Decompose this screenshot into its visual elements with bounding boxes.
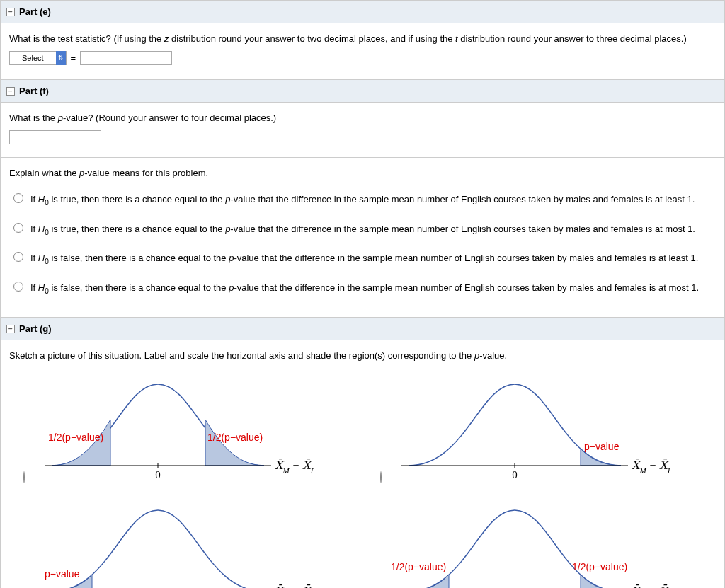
graph-option-3: 0 p−value X̄M − X̄F [9,494,359,588]
part-e-body: What is the test statistic? (If using th… [1,23,724,79]
p-label-right: p−value [584,441,620,452]
graph-option-4: 0 1/2(p−value) 1/2(p−value) X̄M − X̄F [366,494,716,588]
option-row-2: If H0 is true, then there is a chance eq… [9,215,716,245]
part-e-input-row: ---Select--- ⇅ = [9,51,716,65]
axis-label-1: X̄M − X̄F [275,459,314,475]
part-g-header: − Part (g) [1,317,724,340]
radio-option-2[interactable] [13,223,23,233]
divider [1,157,724,158]
half-p-label-left: 1/2(p−value) [391,561,446,572]
page-container: − Part (e) What is the test statistic? (… [0,0,725,588]
pvalue-input[interactable] [9,130,101,144]
axis-label-3: X̄M − X̄F [275,584,314,588]
graph-option-1: 0 1/2(p−value) 1/2(p−value) X̄M − X̄F [9,368,359,487]
part-g-body: Sketch a picture of this situation. Labe… [1,340,724,588]
part-f-title: Part (f) [19,86,49,96]
graph-2-svg: 0 p−value X̄M − X̄F [387,374,670,487]
part-e-title: Part (e) [19,6,51,17]
collapse-icon[interactable]: − [6,325,15,333]
radio-graph-2[interactable] [380,471,382,483]
part-f-options: If H0 is true, then there is a chance eq… [9,185,716,303]
option-row-3: If H0 is false, then there is a chance e… [9,244,716,274]
graph-4-svg: 0 1/2(p−value) 1/2(p−value) X̄M − X̄F [387,500,670,588]
part-f-header: − Part (f) [1,79,724,103]
part-e-question: What is the test statistic? (If using th… [9,33,716,44]
chevron-updown-icon[interactable]: ⇅ [56,51,66,65]
radio-option-1[interactable] [13,193,23,203]
axis-label-4: X̄M − X̄F [632,584,670,588]
collapse-icon[interactable]: − [6,8,15,16]
radio-option-3[interactable] [13,252,23,262]
option-label-4: If H0 is false, then there is a chance e… [30,281,699,296]
graph-grid: 0 1/2(p−value) 1/2(p−value) X̄M − X̄F 0 … [9,368,716,588]
option-row-1: If H0 is true, then there is a chance eq… [9,185,716,215]
option-label-2: If H0 is true, then there is a chance eq… [30,222,695,238]
axis-label-2: X̄M − X̄F [632,459,670,475]
part-g-title: Part (g) [19,323,52,334]
radio-graph-1[interactable] [23,471,25,483]
option-row-4: If H0 is false, then there is a chance e… [9,274,716,304]
graph-option-2: 0 p−value X̄M − X̄F [366,368,716,487]
equals-sign: = [71,53,76,64]
select-placeholder: ---Select--- [10,52,56,64]
radio-option-4[interactable] [13,282,23,292]
option-label-3: If H0 is false, then there is a chance e… [30,251,698,267]
half-p-label-left: 1/2(p−value) [48,432,103,443]
zero-label: 0 [512,469,518,480]
part-g-question: Sketch a picture of this situation. Labe… [9,350,716,361]
collapse-icon[interactable]: − [6,87,15,96]
zero-label: 0 [155,469,161,480]
part-f-body: What is the p-value? (Round your answer … [1,103,724,317]
part-f-explain: Explain what the p-value means for this … [9,168,716,178]
half-p-label-right: 1/2(p−value) [207,432,263,443]
statistic-select[interactable]: ---Select--- ⇅ [9,51,67,65]
half-p-label-right: 1/2(p−value) [572,561,627,572]
graph-3-svg: 0 p−value X̄M − X̄F [30,500,314,588]
option-label-1: If H0 is true, then there is a chance eq… [30,192,695,208]
part-f-question: What is the p-value? (Round your answer … [9,113,716,123]
part-e-header: − Part (e) [1,0,724,23]
statistic-input[interactable] [80,51,172,65]
graph-1-svg: 0 1/2(p−value) 1/2(p−value) X̄M − X̄F [30,374,314,487]
p-label-left: p−value [45,568,80,580]
